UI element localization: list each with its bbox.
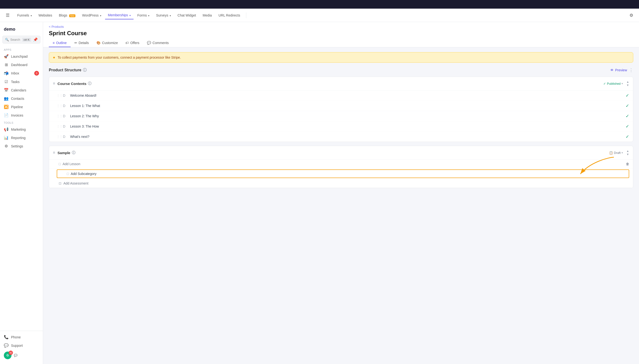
sample-drag-icon[interactable]: ≡: [53, 150, 55, 155]
course-contents-header: ≡ Course Contents ⓘ ✓ Published ▾ ▲ ▼: [49, 77, 633, 90]
layout: demo 🔍 Search ctrl K 📌 Apps 🚀 Launchpad …: [0, 22, 639, 364]
lesson-status-icon: ✓: [626, 93, 629, 98]
course-contents-drag-icon[interactable]: ≡: [53, 81, 55, 86]
nav-media[interactable]: Media: [200, 12, 215, 19]
breadcrumb[interactable]: < Products: [49, 25, 633, 28]
tab-outline[interactable]: ≡ Outline: [49, 39, 70, 47]
lesson-title[interactable]: Lesson 2: The Why: [70, 114, 623, 118]
lesson-title[interactable]: What's next?: [70, 135, 623, 138]
nav-memberships[interactable]: Memberships ▾: [105, 11, 134, 20]
tools-label: Tools: [0, 120, 43, 125]
search-button[interactable]: 🔍 Search ctrl K 📌: [2, 36, 40, 44]
nav-wordpress[interactable]: WordPress ▾: [79, 12, 104, 19]
lesson-drag-icon: ⋮⋮: [57, 104, 60, 108]
product-structure-info-icon[interactable]: ⓘ: [83, 68, 87, 73]
chat-bubble-icon: 💬: [14, 354, 18, 357]
lesson-2: ⋮⋮ D Lesson 2: The Why ✓: [49, 111, 633, 121]
lesson-1: ⋮⋮ D Lesson 1: The What ✓: [49, 101, 633, 111]
lesson-doc-icon: D: [63, 94, 68, 98]
lesson-doc-icon: D: [63, 124, 68, 128]
reporting-icon: 📊: [4, 136, 8, 140]
add-subcategory-button[interactable]: □ Add Subcategory: [57, 170, 629, 178]
add-lesson-button[interactable]: □ Add Lesson 🗑: [49, 160, 633, 168]
sidebar-item-invoices[interactable]: 📄 Invoices: [0, 111, 43, 120]
page-header: < Products Sprint Course ≡ Outline ✏ Det…: [43, 22, 639, 48]
lesson-3: ⋮⋮ D Lesson 3: The How ✓: [49, 121, 633, 132]
settings-gear-icon[interactable]: ⚙: [628, 11, 635, 20]
sample-expand-buttons[interactable]: ▲ ▼: [626, 149, 629, 156]
published-check-icon: ✓: [603, 82, 606, 86]
sidebar-item-inbox[interactable]: 📬 Inbox 0: [0, 69, 43, 78]
tasks-icon: ☑: [4, 80, 8, 84]
nav-websites[interactable]: Websites: [36, 12, 55, 19]
course-contents-info-icon[interactable]: ⓘ: [88, 81, 92, 86]
tab-comments[interactable]: 💬 Comments: [143, 39, 172, 47]
offers-icon: 🏷: [126, 41, 129, 45]
sidebar-item-pipeline[interactable]: 🔀 Pipeline: [0, 103, 43, 111]
notice-text: To collect payments from your customers,…: [58, 56, 181, 59]
inbox-icon: 📬: [4, 71, 8, 76]
tab-customize[interactable]: 🎨 Customize: [92, 39, 122, 47]
nav-blogs[interactable]: Blogs New: [56, 12, 78, 19]
draft-status-badge[interactable]: 📋 Draft ▾: [609, 151, 623, 154]
lesson-title[interactable]: Welcome Aboard!: [70, 94, 623, 98]
sidebar-item-contacts[interactable]: 👥 Contacts: [0, 94, 43, 103]
sidebar-item-settings[interactable]: ⚙ Settings: [0, 142, 43, 150]
notice-icon: ●: [53, 55, 55, 60]
course-contents-title: Course Contents ⓘ: [58, 81, 601, 86]
product-structure-title: Product Structure ⓘ: [49, 68, 87, 73]
published-status-badge[interactable]: ✓ Published ▾: [603, 82, 623, 86]
outline-icon: ≡: [53, 41, 54, 45]
search-shortcut: ctrl K: [22, 38, 31, 42]
sidebar-bottom: 📞 Phone 💬 Support G 40 💬: [0, 331, 43, 361]
sidebar-item-launchpad[interactable]: 🚀 Launchpad: [0, 52, 43, 60]
three-dot-menu[interactable]: ⋮: [629, 68, 633, 73]
invoices-icon: 📄: [4, 113, 8, 118]
lesson-drag-icon: ⋮⋮: [57, 94, 60, 97]
lesson-title[interactable]: Lesson 3: The How: [70, 124, 623, 128]
lesson-status-icon: ✓: [626, 114, 629, 119]
sidebar-item-notifications[interactable]: G 40 💬: [0, 350, 43, 361]
calendars-icon: 📅: [4, 88, 8, 92]
sample-info-icon[interactable]: ⓘ: [72, 150, 76, 155]
nav-chat-widget[interactable]: Chat Widget: [175, 12, 199, 19]
pin-icon[interactable]: 📌: [33, 37, 38, 42]
lesson-doc-icon: D: [63, 104, 68, 108]
sidebar-item-phone[interactable]: 📞 Phone: [0, 333, 43, 341]
hamburger-icon[interactable]: ☰: [4, 11, 12, 20]
phone-icon: 📞: [4, 335, 8, 339]
pipeline-icon: 🔀: [4, 104, 8, 109]
tab-offers[interactable]: 🏷 Offers: [122, 39, 143, 47]
sample-section-title: Sample ⓘ: [58, 150, 607, 155]
add-assessment-icon: ⊡: [59, 182, 62, 185]
draft-doc-icon: 📋: [609, 151, 613, 154]
nav-surveys[interactable]: Surveys ▾: [153, 12, 174, 19]
sample-section: ≡ Sample ⓘ 📋 Draft ▾ ▲ ▼: [49, 146, 633, 188]
lesson-status-icon: ✓: [626, 103, 629, 108]
sample-section-body: □ Add Lesson 🗑 □ Add Subcategory ⊡: [49, 160, 633, 188]
nav-url-redirects[interactable]: URL Redirects: [216, 12, 243, 19]
sidebar-item-reporting[interactable]: 📊 Reporting: [0, 134, 43, 142]
lesson-doc-icon: D: [63, 135, 68, 138]
payment-notice: ● To collect payments from your customer…: [49, 52, 633, 63]
sidebar-item-support[interactable]: 💬 Support: [0, 341, 43, 350]
nav-funnels[interactable]: Funnels ▾: [14, 12, 35, 19]
sidebar-item-tasks[interactable]: ☑ Tasks: [0, 78, 43, 86]
add-assessment-button[interactable]: ⊡ Add Assessment: [49, 179, 633, 188]
sidebar-item-dashboard[interactable]: ⊞ Dashboard: [0, 60, 43, 69]
preview-button[interactable]: 👁 Preview: [610, 68, 627, 72]
sidebar: demo 🔍 Search ctrl K 📌 Apps 🚀 Launchpad …: [0, 22, 43, 364]
lesson-drag-icon: ⋮⋮: [57, 114, 60, 118]
lesson-whats-next: ⋮⋮ D What's next? ✓: [49, 132, 633, 142]
lesson-welcome: ⋮⋮ D Welcome Aboard! ✓: [49, 90, 633, 101]
nav-forms[interactable]: Forms ▾: [134, 12, 152, 19]
tab-details[interactable]: ✏ Details: [70, 39, 93, 47]
main-nav: ☰ Funnels ▾ Websites Blogs New WordPress…: [0, 8, 639, 22]
blogs-new-badge: New: [69, 14, 76, 17]
contacts-icon: 👥: [4, 96, 8, 101]
expand-collapse-buttons[interactable]: ▲ ▼: [626, 80, 629, 87]
add-subcategory-icon: □: [67, 172, 69, 176]
sidebar-item-calendars[interactable]: 📅 Calendars: [0, 86, 43, 94]
lesson-title[interactable]: Lesson 1: The What: [70, 104, 623, 108]
sidebar-item-marketing[interactable]: 📢 Marketing: [0, 125, 43, 134]
